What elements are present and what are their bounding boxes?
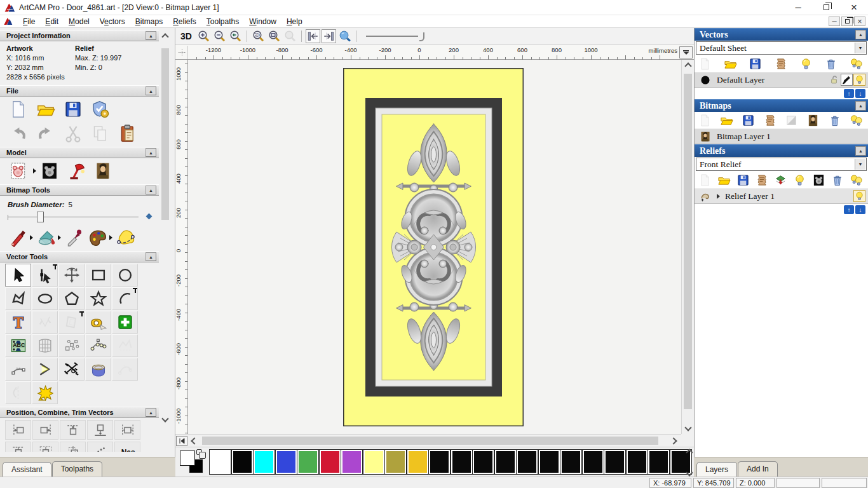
trim-vectors-icon[interactable] bbox=[58, 358, 85, 381]
ruler-options-button[interactable] bbox=[679, 46, 693, 58]
expand-relief-layer-icon[interactable] bbox=[717, 194, 720, 199]
mdi-minimize-button[interactable]: ─ bbox=[829, 17, 840, 26]
canvas-scroll-up-icon[interactable] bbox=[686, 64, 691, 69]
2d-view-canvas[interactable] bbox=[188, 60, 681, 434]
vector-doctor-icon[interactable] bbox=[112, 311, 138, 334]
colour-swatch-3[interactable] bbox=[276, 450, 297, 474]
colour-swatch-20[interactable] bbox=[648, 450, 669, 474]
delete-relief-icon[interactable] bbox=[831, 173, 844, 187]
colour-swatch-9[interactable] bbox=[407, 450, 428, 474]
node-editing-icon[interactable] bbox=[32, 264, 58, 287]
brush-diameter-slider[interactable] bbox=[8, 210, 151, 225]
delete-bitmap-icon[interactable] bbox=[828, 114, 841, 127]
flyout-arrow-icon[interactable] bbox=[109, 235, 112, 240]
show-all-layers-icon[interactable] bbox=[850, 57, 863, 71]
bitmap-layer-name[interactable]: Bitmap Layer 1 bbox=[717, 132, 771, 142]
menu-window[interactable]: Window bbox=[244, 16, 281, 27]
menu-help[interactable]: Help bbox=[281, 16, 308, 27]
align-stack-icon[interactable] bbox=[60, 442, 86, 452]
layer-colour-icon[interactable] bbox=[700, 74, 711, 86]
text-blocks-icon[interactable]: ABC bbox=[5, 334, 31, 357]
canvas-hscroll-thumb[interactable] bbox=[202, 437, 658, 445]
menu-reliefs[interactable]: Reliefs bbox=[168, 16, 201, 27]
canvas-vscroll-thumb[interactable] bbox=[684, 74, 692, 409]
canvas-scroll-right-icon[interactable] bbox=[671, 438, 676, 444]
open-model-icon[interactable] bbox=[36, 100, 55, 119]
create-polygon-icon[interactable] bbox=[58, 287, 85, 310]
select-icon[interactable] bbox=[5, 264, 31, 287]
import-relief-icon[interactable] bbox=[774, 173, 787, 187]
open-relief-icon[interactable] bbox=[717, 173, 731, 187]
menu-vectors[interactable]: Vectors bbox=[95, 16, 130, 27]
scroll-down-icon[interactable] bbox=[163, 416, 168, 421]
layer-down-button[interactable]: ↓ bbox=[855, 89, 865, 98]
create-polyline-icon[interactable] bbox=[5, 287, 31, 310]
menu-bitmaps[interactable]: Bitmaps bbox=[130, 16, 168, 27]
collapse-vector-tools-button[interactable]: ▲ bbox=[146, 252, 156, 261]
restore-button[interactable] bbox=[812, 0, 840, 15]
layer-up-button[interactable]: ↑ bbox=[844, 89, 854, 98]
layer-visibility-icon[interactable] bbox=[853, 74, 865, 86]
align-v-icon[interactable] bbox=[32, 442, 58, 452]
align-top-icon[interactable] bbox=[60, 420, 86, 440]
align-centre-icon[interactable] bbox=[114, 420, 140, 440]
merge-relief-icon[interactable] bbox=[755, 173, 768, 187]
zoom-in-icon[interactable] bbox=[196, 29, 211, 43]
snap-vectors-icon[interactable] bbox=[841, 74, 853, 86]
collapse-bitmap-tools-button[interactable]: ▲ bbox=[146, 186, 156, 194]
show-all-reliefs-icon[interactable] bbox=[850, 173, 863, 187]
relief-down-button[interactable]: ↓ bbox=[855, 205, 865, 214]
zoom-fit-icon[interactable] bbox=[267, 29, 281, 43]
align-right-icon[interactable] bbox=[32, 420, 58, 440]
preview-slider[interactable] bbox=[366, 30, 424, 43]
colour-swatch-4[interactable] bbox=[297, 450, 318, 474]
canvas-scroll-down-icon[interactable] bbox=[686, 425, 691, 430]
colour-swatch-5[interactable] bbox=[320, 450, 341, 474]
delete-layer-icon[interactable] bbox=[824, 57, 837, 71]
model-properties-icon[interactable] bbox=[91, 100, 110, 119]
toggle-relief-visibility-icon[interactable] bbox=[793, 173, 806, 187]
collapse-model-button[interactable]: ▲ bbox=[146, 148, 156, 157]
colour-swatch-6[interactable] bbox=[341, 450, 362, 474]
bitmap-preview-icon[interactable] bbox=[806, 114, 820, 127]
snap-left-icon[interactable] bbox=[306, 29, 320, 43]
menu-model[interactable]: Model bbox=[64, 16, 95, 27]
tab-add-in[interactable]: Add In bbox=[738, 461, 778, 477]
colour-swatch-2[interactable] bbox=[254, 450, 275, 474]
create-arc-icon[interactable] bbox=[112, 287, 138, 310]
transform-icon[interactable] bbox=[58, 264, 85, 287]
tab-layers[interactable]: Layers bbox=[696, 462, 737, 477]
align-h-icon[interactable] bbox=[5, 442, 31, 452]
tab-assistant[interactable]: Assistant bbox=[3, 462, 51, 477]
create-circle-icon[interactable] bbox=[112, 264, 138, 287]
scatter-copies-icon[interactable] bbox=[87, 442, 113, 452]
relief-dropdown-icon[interactable]: ▼ bbox=[855, 159, 865, 170]
relief-greyscale-icon[interactable] bbox=[812, 173, 825, 187]
primary-colour-swatch[interactable] bbox=[180, 451, 195, 466]
collapse-project-information-button[interactable]: ▲ bbox=[146, 31, 156, 40]
bitmap-to-vector-icon[interactable] bbox=[116, 228, 135, 247]
flyout-arrow-icon[interactable] bbox=[30, 235, 33, 240]
slider-handle[interactable] bbox=[37, 212, 44, 222]
colour-swatch-13[interactable] bbox=[495, 450, 516, 474]
colour-swatch-7[interactable] bbox=[363, 450, 384, 474]
align-bottom-icon[interactable] bbox=[87, 420, 113, 440]
align-left-icon[interactable] bbox=[5, 420, 31, 440]
menu-edit[interactable]: Edit bbox=[40, 16, 64, 27]
mdi-restore-button[interactable] bbox=[841, 17, 853, 26]
merge-vectors-icon[interactable] bbox=[774, 57, 787, 71]
colour-swatch-15[interactable] bbox=[539, 450, 560, 474]
paste-icon[interactable] bbox=[118, 124, 137, 143]
colour-picker-icon[interactable] bbox=[65, 228, 84, 247]
relief-layer-name[interactable]: Relief Layer 1 bbox=[725, 191, 775, 201]
colour-swatch-12[interactable] bbox=[473, 450, 494, 474]
scroll-up-icon[interactable] bbox=[163, 34, 168, 39]
canvas-scroll-left-icon[interactable] bbox=[192, 438, 197, 444]
close-button[interactable]: × bbox=[840, 0, 868, 15]
collapse-reliefs-button[interactable]: ▲ bbox=[855, 146, 866, 156]
wrap-dome-icon[interactable] bbox=[85, 358, 111, 381]
merge-bitmaps-icon[interactable] bbox=[763, 114, 776, 127]
load-texture-icon[interactable] bbox=[93, 161, 112, 180]
bitmap-layer-row[interactable]: Bitmap Layer 1 bbox=[695, 128, 868, 144]
paste-along-curve-icon[interactable] bbox=[58, 334, 85, 357]
